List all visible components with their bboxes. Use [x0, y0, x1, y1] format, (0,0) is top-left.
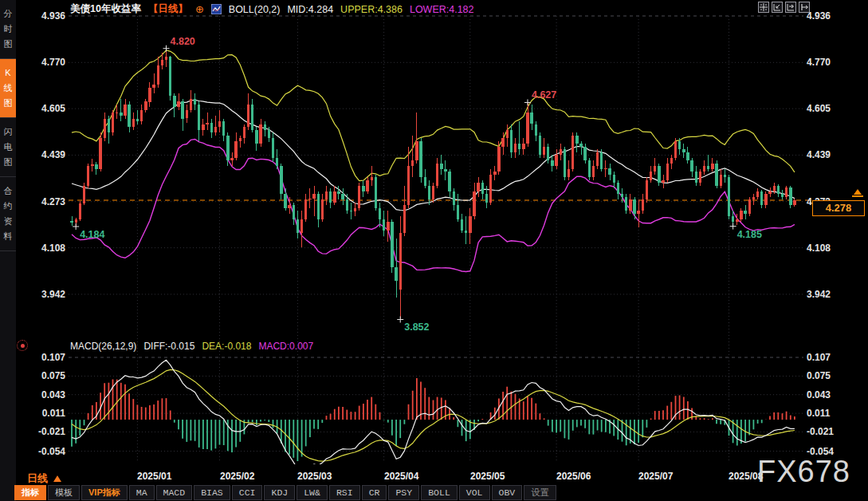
toolbar-tab-obv[interactable]: OBV: [492, 485, 523, 500]
price-annotation: 4.627: [524, 89, 556, 105]
candles-layer: [70, 49, 795, 320]
boll-upper-value: UPPER:4.386: [340, 4, 403, 15]
toolbar-tab-psy[interactable]: PSY: [388, 485, 419, 500]
macd-legend-bar: MACD(26,12,9) DIFF:-0.015 DEA:-0.018 MAC…: [70, 341, 313, 352]
macd-hist-value: MACD:0.007: [258, 341, 313, 352]
price-annotation: 4.820: [163, 36, 195, 52]
chart-type-sidebar: 分时图K线图闪电图合约资料: [0, 0, 16, 501]
toolbar-tab-lw[interactable]: LW&: [297, 485, 328, 500]
boll-mid-value: MID:4.284: [287, 4, 333, 15]
compress-left-icon[interactable]: [772, 2, 783, 13]
macd-params-label: MACD(26,12,9): [70, 341, 136, 352]
toolbar-tab-vol[interactable]: VOL: [459, 485, 490, 500]
last-price-tag: 4.278: [812, 200, 865, 216]
price-annotation: 3.852: [397, 316, 429, 333]
boll-lower-value: LOWER:4.182: [410, 4, 474, 15]
pan-right-icon[interactable]: [799, 2, 810, 13]
toolbar-tab-templates[interactable]: 模板: [48, 485, 80, 500]
svg-text:4.627: 4.627: [532, 89, 556, 101]
toolbar-tab-vip-indicators[interactable]: VIP指标: [81, 485, 128, 500]
candlestick-chart[interactable]: 4.1844.8203.8524.6274.185: [0, 0, 868, 501]
mini-chart-icon[interactable]: [211, 4, 222, 14]
scroll-to-latest-button[interactable]: [852, 189, 863, 197]
toolbar-tab-indicators[interactable]: 指标: [14, 485, 46, 500]
price-annotation: 4.185: [730, 223, 762, 240]
indicator-toolbar: 指标模板VIP指标MAMACDBIASCCIKDJLW&RSICRPSYBOLL…: [14, 484, 558, 501]
sidebar-tab-flash-chart[interactable]: 闪电图: [0, 118, 16, 177]
macd-diff-value: DIFF:-0.015: [143, 341, 194, 352]
live-record-icon: [17, 340, 28, 351]
toolbar-tab-boll[interactable]: BOLL: [421, 485, 458, 500]
chart-legend-bar: 美债10年收益率 【日线】 ⊕ BOLL(20,2) MID:4.284 UPP…: [70, 2, 474, 16]
watermark-logo: FX678: [757, 455, 850, 489]
toolbar-tab-cci[interactable]: CCI: [232, 485, 263, 500]
svg-text:4.820: 4.820: [171, 36, 195, 47]
svg-text:4.184: 4.184: [80, 229, 104, 240]
macd-layer: [72, 360, 795, 471]
sidebar-tab-kline-chart[interactable]: K线图: [0, 59, 16, 118]
up-triangle-icon: [53, 475, 61, 482]
toolbar-tab-macd[interactable]: MACD: [156, 485, 193, 500]
crosshair-tool-icon[interactable]: [758, 2, 769, 13]
sidebar-tab-contract-info[interactable]: 合约资料: [0, 177, 16, 251]
toolbar-tab-rsi[interactable]: RSI: [329, 485, 360, 500]
period-tag[interactable]: 【日线】: [148, 2, 188, 16]
toolbar-tab-settings[interactable]: 设置: [524, 485, 556, 500]
boll-params-label: BOLL(20,2): [229, 4, 281, 15]
macd-dea-value: DEA:-0.018: [202, 341, 251, 352]
svg-text:4.185: 4.185: [737, 229, 762, 240]
toolbar-tab-bias[interactable]: BIAS: [194, 485, 230, 500]
compress-right-icon[interactable]: [785, 2, 796, 13]
price-annotation: 4.184: [73, 223, 104, 240]
chart-tool-buttons: [758, 2, 810, 13]
boll-bands-layer: [72, 50, 795, 272]
svg-text:3.852: 3.852: [404, 322, 429, 333]
instrument-title: 美债10年收益率: [70, 2, 141, 16]
toolbar-tab-ma[interactable]: MA: [129, 485, 155, 500]
sidebar-tab-time-chart[interactable]: 分时图: [0, 0, 16, 59]
trading-app: { "header": { "instrument": "美债10年收益率", …: [0, 0, 868, 501]
circle-plus-icon[interactable]: ⊕: [195, 3, 204, 15]
toolbar-tab-kdj[interactable]: KDJ: [264, 485, 295, 500]
toolbar-tab-cr[interactable]: CR: [362, 485, 387, 500]
